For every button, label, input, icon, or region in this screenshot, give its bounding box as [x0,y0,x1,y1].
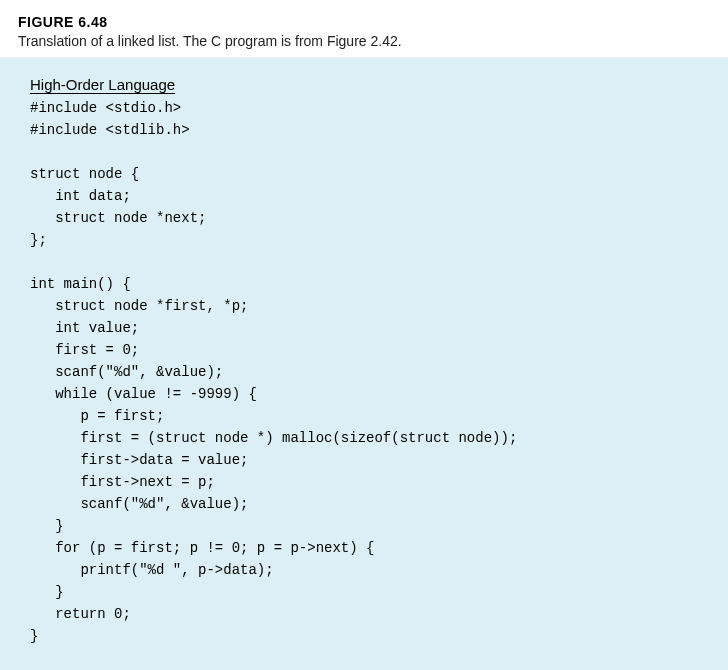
code-panel: High-Order Language #include <stdio.h> #… [0,58,728,670]
code-block: #include <stdio.h> #include <stdlib.h> s… [30,97,704,647]
section-title: High-Order Language [30,76,704,93]
figure-caption: Translation of a linked list. The C prog… [18,33,710,49]
figure-number: FIGURE 6.48 [18,14,710,30]
figure-header: FIGURE 6.48 Translation of a linked list… [0,0,728,58]
